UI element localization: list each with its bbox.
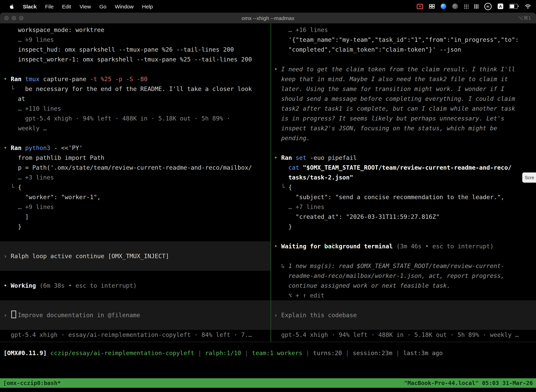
thinking-line: inspect task2's JSON, focusing on the st… (271, 123, 536, 133)
command-name: tmux (25, 75, 40, 83)
output-line: "subject": "send a concise recommendatio… (271, 192, 536, 202)
command-args: -euo pipefail (306, 154, 357, 161)
bullet-icon: • (274, 154, 281, 161)
output-line: at (0, 94, 270, 104)
blank-line (0, 300, 270, 310)
separator: | (241, 350, 252, 356)
terminal-window: × − + omx --xhigh --madmax ⌥⌘1 workspace… (0, 13, 536, 392)
composer-input[interactable]: › Explain this codebase (271, 310, 536, 320)
inject-message: Ralph loop active continue [OMX_TMUX_INJ… (11, 252, 169, 260)
blank-line (271, 320, 536, 330)
output-line: └ be necessary for the end of the README… (0, 84, 270, 94)
battery-percent-value: 61 (487, 5, 490, 8)
terminal-line: workspace_mode: worktree (0, 25, 270, 35)
input-source-icon[interactable]: A (498, 4, 503, 9)
ran-label: Ran (281, 154, 296, 161)
wifi-icon[interactable] (525, 4, 531, 9)
collapsed-lines-indicator: … +7 lines (271, 202, 536, 212)
prompt-chevron-icon: › (4, 312, 11, 319)
omx-version: [OMX#0.11.9] (4, 350, 50, 356)
screen: Slack File Edit View Go Window Help 61 A (0, 0, 536, 392)
composer-box[interactable]: › Explain this codebase (271, 300, 536, 330)
menu-window[interactable]: Window (111, 3, 138, 9)
collapsed-lines-indicator: … +110 lines (0, 104, 270, 113)
code-line: p = Path('.omx/state/team/review-current… (0, 163, 270, 173)
blank-line (0, 232, 270, 241)
text-cursor (11, 311, 16, 318)
separator: | (342, 350, 353, 356)
thinking-line: task2 after task1 is complete, but can I… (271, 104, 536, 113)
app-grid-icon[interactable] (464, 4, 469, 9)
tmux-session-name[interactable]: [omx-cczip0:bash* (3, 380, 61, 386)
thinking-line: is in progress? It seems likely but perh… (271, 113, 536, 123)
utility-icon[interactable] (474, 4, 478, 9)
terminal-line: inspect_hud: omx sparkshell --tmux-pane … (0, 45, 270, 54)
pane-worker[interactable]: … +16 lines '{"team_name":"my-team","tas… (271, 23, 536, 342)
menu-view[interactable]: View (75, 3, 95, 9)
working-label: Working (11, 282, 40, 289)
menu-file[interactable]: File (41, 3, 58, 9)
menu-go[interactable]: Go (95, 3, 111, 9)
blank-line (271, 143, 536, 153)
command-args: capture-pane (40, 75, 90, 83)
screen-share-tooltip: Scre (522, 173, 536, 183)
pane-status-line: gpt-5.4 xhigh · essay/ai-reimplementatio… (0, 330, 270, 340)
composer-placeholder: Explain this codebase (281, 312, 357, 319)
working-status-line: • Working (6m 38s • esc to interrupt) (0, 281, 270, 290)
composer-input[interactable]: › Improve documentation in @filename (0, 310, 270, 320)
bullet-icon: • (4, 75, 11, 83)
ran-label: Ran (11, 144, 25, 151)
terminal-line: '{"team_name":"my-team","task_id":"1","f… (271, 35, 536, 45)
output-line: } (0, 222, 270, 232)
grid-icon[interactable] (429, 4, 435, 9)
blank-line (271, 300, 536, 310)
cat-command-line: tasks/task-2.json" (271, 173, 536, 182)
app-menu-slack[interactable]: Slack (19, 3, 41, 9)
collapsed-lines-indicator: … +9 lines (0, 202, 270, 212)
composer-box[interactable]: › Improve documentation in @filename (0, 300, 270, 330)
mailbox-message-line: readme-and-reco/mailbox/worker-1.json, a… (271, 271, 536, 281)
apple-menu-icon[interactable] (5, 3, 19, 9)
omx-session-path: cczip/essay/ai-reimplementation-copyleft (50, 350, 194, 356)
inject-banner: › Ralph loop active continue [OMX_TMUX_I… (0, 241, 270, 271)
output-line: └ { (271, 182, 536, 192)
collapsed-lines-indicator: … +9 lines (0, 35, 270, 45)
output-text: be necessary for the end of the README. … (18, 85, 252, 92)
blank-line (0, 290, 270, 300)
battery-percent-icon[interactable]: 61 (484, 3, 492, 10)
prompt-chevron-icon: › (274, 312, 281, 319)
battery-icon[interactable] (509, 4, 519, 9)
browser-icon[interactable] (441, 4, 446, 9)
horizontal-divider (0, 342, 536, 342)
corner-icon: └ (4, 184, 18, 191)
omx-ralph-count: ralph:1/10 (205, 350, 241, 356)
ran-tmux-command-line: • Ran tmux capture-pane -t %25 -p -S -80 (0, 74, 270, 84)
arrow-icon: ↳ (274, 262, 288, 269)
command-args: "$OMX_TEAM_STATE_ROOT/team/review-curren… (303, 164, 512, 171)
separator: | (194, 350, 205, 356)
omx-status-line: [OMX#0.11.9] cczip/essay/ai-reimplementa… (0, 348, 536, 358)
app-icon[interactable] (452, 4, 458, 9)
corner-icon: └ (4, 85, 18, 92)
menu-help[interactable]: Help (138, 3, 157, 9)
menu-edit[interactable]: Edit (58, 3, 76, 9)
omx-turns: turns:20 (313, 350, 342, 356)
separator: | (302, 350, 313, 356)
bullet-icon: • (4, 144, 11, 151)
bullet-icon: • (274, 243, 281, 250)
command-name: set (296, 154, 306, 161)
bullet-icon: • (4, 282, 11, 289)
window-titlebar[interactable]: × − + omx --xhigh --madmax ⌥⌘1 (0, 13, 536, 23)
separator: | (392, 350, 403, 356)
waiting-status-line: • Waiting for background terminal (3m 46… (271, 241, 536, 251)
mailbox-message-line: ↳ 1 new msg(s): read $OMX_TEAM_STATE_ROO… (271, 261, 536, 271)
thinking-line: • I need to get the claim token from the… (271, 64, 536, 74)
bullet-icon: • (274, 66, 281, 73)
inject-message-line: › Ralph loop active continue [OMX_TMUX_I… (0, 251, 270, 261)
pane-hud[interactable]: workspace_mode: worktree … +9 lines insp… (0, 23, 270, 342)
tmux-panes: workspace_mode: worktree … +9 lines insp… (0, 23, 536, 342)
blank-line (271, 54, 536, 64)
prompt-chevron-icon: › (4, 252, 11, 260)
mailbox-message-line: continue assigned work or next feasible … (271, 281, 536, 290)
screen-record-icon[interactable] (417, 4, 423, 9)
